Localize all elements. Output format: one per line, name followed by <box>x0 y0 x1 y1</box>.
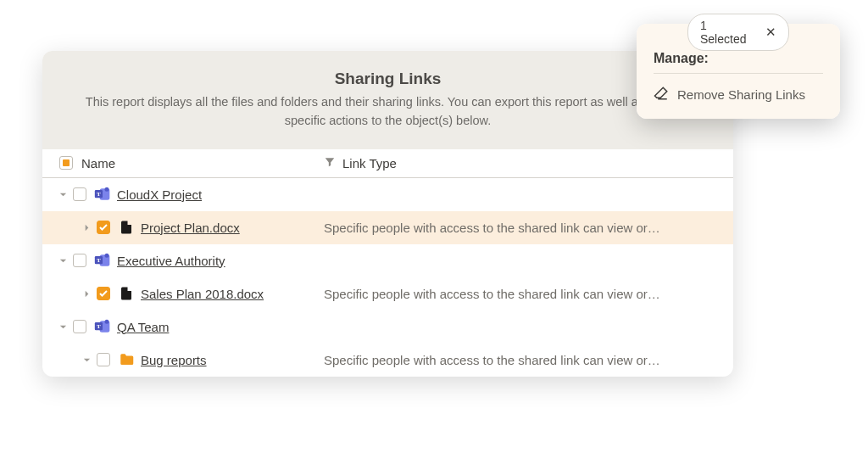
row-linktype: Specific people with access to the share… <box>324 221 733 235</box>
table-row[interactable]: Sales Plan 2018.docxSpecific people with… <box>42 277 733 310</box>
main-panel: Sharing Links This report displays all t… <box>42 51 733 377</box>
row-name[interactable]: Project Plan.docx <box>141 221 240 235</box>
table-row[interactable]: T QA Team <box>42 310 733 344</box>
chevron-right-icon[interactable] <box>80 289 93 299</box>
row-checkbox[interactable] <box>73 187 86 201</box>
page-description: This report displays all the files and f… <box>85 93 691 131</box>
checkbox-indeterminate-icon <box>63 159 70 166</box>
svg-point-9 <box>105 320 109 324</box>
svg-point-1 <box>105 187 109 192</box>
row-name[interactable]: QA Team <box>117 320 169 334</box>
row-name[interactable]: Sales Plan 2018.docx <box>141 287 264 301</box>
page-title: Sharing Links <box>85 70 691 88</box>
svg-point-5 <box>105 254 109 258</box>
column-header-row: Name Link Type <box>42 149 733 178</box>
folder-icon <box>117 352 136 367</box>
row-linktype: Specific people with access to the share… <box>324 287 733 301</box>
remove-sharing-links-button[interactable]: Remove Sharing Links <box>637 74 840 107</box>
chevron-down-icon[interactable] <box>56 190 70 199</box>
table-row[interactable]: T CloudX Project <box>42 178 733 211</box>
chevron-down-icon[interactable] <box>56 256 70 266</box>
filter-icon[interactable] <box>324 156 336 171</box>
teams-icon: T <box>93 252 112 269</box>
selection-count-label: 1 Selected <box>700 19 755 46</box>
select-all-checkbox[interactable] <box>59 156 73 170</box>
teams-icon: T <box>93 318 112 335</box>
chevron-right-icon[interactable] <box>80 223 93 232</box>
row-checkbox[interactable] <box>97 287 110 300</box>
chevron-down-icon[interactable] <box>80 355 93 365</box>
column-name-label[interactable]: Name <box>81 156 115 171</box>
column-linktype-label[interactable]: Link Type <box>342 156 397 171</box>
tree-rows: T CloudX ProjectProject Plan.docxSpecifi… <box>42 178 733 377</box>
file-icon <box>117 285 136 302</box>
action-label: Remove Sharing Links <box>677 87 805 102</box>
eraser-icon <box>654 86 669 103</box>
file-icon <box>117 219 136 236</box>
table-row[interactable]: Project Plan.docxSpecific people with ac… <box>42 211 733 244</box>
chevron-down-icon[interactable] <box>56 322 70 332</box>
row-linktype: Specific people with access to the share… <box>324 353 733 367</box>
close-icon[interactable]: ✕ <box>765 25 776 40</box>
row-checkbox[interactable] <box>97 221 110 234</box>
manage-popover: 1 Selected ✕ Manage: Remove Sharing Link… <box>637 24 840 119</box>
table-row[interactable]: T Executive Authority <box>42 244 733 277</box>
row-checkbox[interactable] <box>97 353 110 366</box>
svg-text:T: T <box>97 191 101 198</box>
row-checkbox[interactable] <box>73 254 86 267</box>
row-checkbox[interactable] <box>73 320 86 333</box>
teams-icon: T <box>93 186 112 203</box>
row-name[interactable]: Bug reports <box>141 353 207 367</box>
svg-text:T: T <box>97 257 101 264</box>
table-row[interactable]: Bug reportsSpecific people with access t… <box>42 344 733 377</box>
row-name[interactable]: CloudX Project <box>117 187 202 202</box>
row-name[interactable]: Executive Authority <box>117 254 225 268</box>
selection-pill: 1 Selected ✕ <box>687 14 789 51</box>
svg-text:T: T <box>97 323 101 330</box>
header-banner: Sharing Links This report displays all t… <box>42 51 733 149</box>
